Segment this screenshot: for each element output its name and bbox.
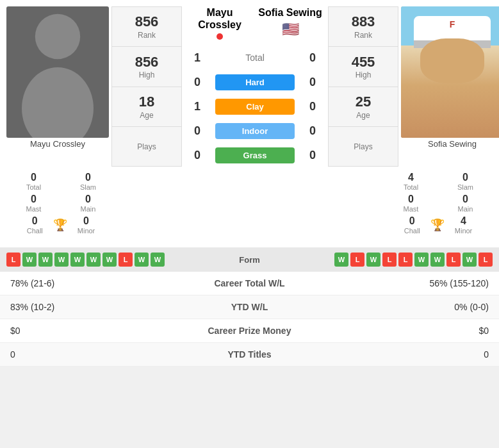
right-rank-label: Rank — [354, 31, 372, 40]
left-mast-stat: 0 Mast — [9, 194, 58, 213]
left-chall-stat: 0 Chall — [27, 215, 43, 235]
left-minor-stat: 0 Minor — [78, 215, 95, 235]
stats-center-label: YTD Titles — [167, 343, 333, 367]
right-plays-label: Plays — [354, 142, 372, 151]
left-player-silhouette — [6, 6, 109, 138]
detailed-stats-row: 0 Total 0 Slam 0 Mast 0 Main — [0, 167, 499, 242]
right-slam-stat: 0 Slam — [441, 172, 490, 191]
left-rank-label: Rank — [138, 31, 156, 40]
stats-table: 78% (21-6)Career Total W/L56% (155-120)8… — [0, 272, 499, 367]
right-slam-label: Slam — [457, 183, 473, 191]
form-badge: W — [366, 253, 380, 267]
right-total-stat: 4 Total — [386, 172, 436, 191]
stats-left-value: 78% (21-6) — [0, 272, 167, 295]
left-minor-label: Minor — [78, 227, 95, 235]
form-badge: L — [6, 253, 20, 267]
match-row-clay: 1 Clay 0 — [184, 95, 325, 118]
right-mast-value: 0 — [408, 194, 414, 205]
stats-center-label: YTD W/L — [167, 295, 333, 319]
form-badge: L — [398, 253, 413, 267]
right-chall-label: Chall — [404, 227, 420, 235]
right-trophy-icon: 🏆 — [430, 218, 445, 232]
grass-score-right: 0 — [300, 149, 325, 162]
stats-right-value: $0 — [332, 319, 499, 343]
clay-score-left: 1 — [184, 100, 210, 113]
left-mast-label: Mast — [26, 205, 42, 213]
left-total-value: 0 — [31, 172, 37, 183]
hard-score-right: 0 — [300, 76, 325, 89]
form-badge: W — [462, 253, 477, 267]
left-player-name-area: Mayu Crossley — [6, 139, 109, 149]
right-player-name-display: Sofia Sewing — [255, 6, 325, 19]
right-age-label: Age — [356, 111, 370, 120]
right-rank-stat: 883 Rank — [329, 7, 398, 47]
right-total-label: Total — [404, 183, 418, 191]
right-high-value: 455 — [352, 54, 375, 71]
left-detailed-stats: 0 Total 0 Slam 0 Mast 0 Main — [6, 169, 115, 237]
right-stats-grid: 4 Total 0 Slam 0 Mast 0 Main — [384, 172, 493, 213]
left-player-name-display: MayuCrossley — [184, 6, 255, 31]
left-slam-value: 0 — [85, 172, 91, 183]
right-main-stat: 0 Main — [441, 194, 490, 213]
grass-score-left: 0 — [184, 149, 210, 162]
right-chall-stat: 0 Chall — [404, 215, 420, 235]
stats-left-value: 0 — [0, 343, 167, 367]
match-rows: 1 Total 0 0 Hard 0 1 Clay 0 0 — [184, 46, 325, 167]
total-score-right: 0 — [300, 51, 325, 65]
names-row: MayuCrossley Sofia Sewing 🇺🇸 — [184, 6, 325, 42]
left-trophy-row: 0 Chall 🏆 0 Minor — [27, 215, 95, 235]
left-main-stat: 0 Main — [63, 194, 113, 213]
right-player-name-area: Sofia Sewing — [401, 139, 499, 149]
right-age-value: 25 — [356, 94, 371, 110]
form-badge: L — [479, 253, 493, 267]
form-badge: W — [102, 253, 117, 267]
grass-label[interactable]: Grass — [215, 147, 295, 163]
left-minor-value: 0 — [83, 215, 89, 227]
clay-score-right: 0 — [300, 100, 325, 113]
center-block: MayuCrossley Sofia Sewing 🇺🇸 — [184, 6, 325, 167]
total-score-left: 1 — [184, 51, 210, 65]
left-chall-value: 0 — [32, 215, 38, 227]
indoor-score-right: 0 — [300, 124, 325, 138]
right-mast-label: Mast — [404, 205, 419, 213]
form-badge: W — [414, 253, 429, 267]
stats-left-value: 83% (10-2) — [0, 295, 167, 319]
right-player-photo: F Sofia Sewing — [401, 6, 499, 167]
flag-display: 🇺🇸 — [255, 21, 325, 38]
clay-label[interactable]: Clay — [215, 99, 295, 115]
match-row-hard: 0 Hard 0 — [184, 71, 325, 94]
left-form-badges: LWWWWWWLWW — [6, 253, 222, 267]
top-area: Mayu Crossley 856 Rank 856 High 18 Age P… — [0, 0, 499, 167]
form-badge: W — [70, 253, 85, 267]
form-section: LWWWWWWLWW Form WLWLLWWLWL — [0, 247, 499, 272]
stats-center-label: Career Prize Money — [167, 319, 333, 343]
right-panel-spacer — [313, 169, 384, 237]
right-chall-value: 0 — [409, 215, 415, 227]
stats-right-value: 0% (0-0) — [332, 295, 499, 319]
form-badge: W — [86, 253, 101, 267]
left-panel-spacer — [115, 169, 186, 237]
right-form-badges: WLWLLWWLWL — [278, 253, 493, 267]
indoor-label[interactable]: Indoor — [215, 123, 295, 139]
left-stats-grid: 0 Total 0 Slam 0 Mast 0 Main — [6, 172, 115, 213]
left-plays-label: Plays — [137, 142, 156, 151]
stats-table-row: 78% (21-6)Career Total W/L56% (155-120) — [0, 272, 499, 295]
right-high-stat: 455 High — [329, 47, 398, 87]
left-age-stat: 18 Age — [112, 87, 181, 127]
right-total-value: 4 — [408, 172, 414, 183]
left-rank-value: 856 — [135, 13, 159, 30]
svg-point-0 — [35, 13, 80, 58]
hard-label[interactable]: Hard — [215, 74, 295, 90]
right-stats-panel: 883 Rank 455 High 25 Age Plays — [328, 6, 398, 167]
left-rank-stat: 856 Rank — [112, 7, 181, 47]
stats-center-label: Career Total W/L — [167, 272, 333, 295]
stats-left-value: $0 — [0, 319, 167, 343]
form-badge: W — [135, 253, 149, 267]
stats-table-row: 0YTD Titles0 — [0, 343, 499, 367]
main-container: Mayu Crossley 856 Rank 856 High 18 Age P… — [0, 0, 499, 367]
left-stats-panel: 856 Rank 856 High 18 Age Plays — [111, 6, 182, 167]
right-trophy-row: 0 Chall 🏆 4 Minor — [404, 215, 473, 235]
hard-score-left: 0 — [184, 76, 210, 89]
form-badge: W — [151, 253, 165, 267]
form-badge: W — [430, 253, 445, 267]
